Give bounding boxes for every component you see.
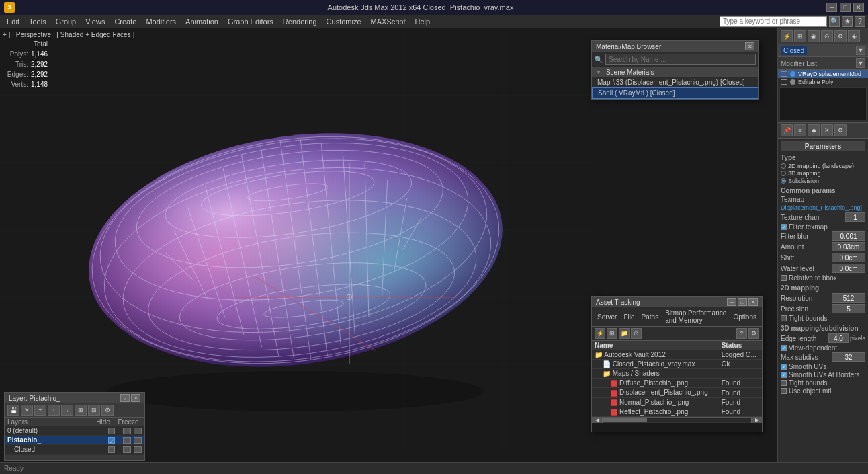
asset-maximize-btn[interactable]: □ — [738, 298, 747, 306]
asset-close-btn[interactable]: ✕ — [748, 298, 758, 306]
asset-icon-4[interactable]: ⊙ — [631, 328, 642, 339]
tight-bounds2-row[interactable]: Tight bounds — [781, 379, 865, 387]
search-help-button[interactable]: ? — [855, 16, 865, 27]
layer-settings-btn[interactable]: ⚙ — [101, 405, 114, 416]
layer-move-btn[interactable]: ↑ — [48, 405, 60, 416]
resolution-input[interactable] — [832, 293, 865, 303]
tight-bounds2-checkbox[interactable] — [781, 380, 787, 386]
scene-materials-header[interactable]: ▼ Scene Materials — [592, 67, 758, 77]
scroll-left-btn[interactable]: ◀ — [592, 418, 603, 423]
modifier-dropdown-btn[interactable]: ▼ — [856, 46, 865, 55]
radio-subdivision[interactable]: Subdivision — [781, 177, 865, 184]
layer-freeze-1[interactable] — [123, 437, 131, 444]
asset-col-status[interactable]: Status — [719, 341, 762, 350]
max-subdivs-input[interactable] — [832, 352, 865, 362]
smooth-uvs-borders-checkbox[interactable]: ✓ — [781, 372, 787, 378]
asset-settings-icon[interactable]: ⚙ — [748, 328, 759, 339]
use-object-mtl-row[interactable]: Use object mtl — [781, 387, 865, 395]
layer-scrollbar[interactable] — [5, 455, 144, 460]
asset-row-2[interactable]: 📁 Maps / Shaders — [592, 369, 762, 379]
mod-make-unique-icon[interactable]: ◆ — [808, 124, 820, 136]
menu-views[interactable]: Views — [81, 17, 109, 26]
layer-extra-0[interactable] — [134, 428, 142, 434]
asset-icon-3[interactable]: 📁 — [619, 328, 630, 339]
asset-tracking-title-bar[interactable]: Asset Tracking ─ □ ✕ — [592, 297, 762, 307]
smooth-uvs-borders-row[interactable]: ✓ Smooth UVs At Borders — [781, 371, 865, 379]
layer-row-closed[interactable]: Closed — [5, 445, 144, 455]
mat-browser-title-bar[interactable]: Material/Map Browser ✕ — [592, 41, 758, 52]
maximize-button[interactable]: □ — [840, 3, 851, 12]
asset-help-icon[interactable]: ? — [736, 328, 747, 339]
layer-delete-btn[interactable]: + — [34, 405, 46, 416]
asset-menu-server[interactable]: Server — [595, 313, 619, 321]
minimize-button[interactable]: ─ — [826, 3, 837, 12]
layer-checkbox-0[interactable] — [99, 428, 123, 434]
water-level-input[interactable] — [832, 264, 865, 273]
relative-bbox-row[interactable]: Relative to bbox — [781, 274, 865, 282]
layer-checkbox-2[interactable] — [99, 446, 123, 453]
scroll-right-btn[interactable]: ▶ — [751, 418, 762, 423]
toolbar-icon-3[interactable]: ◉ — [808, 30, 820, 42]
smooth-uvs-row[interactable]: ✓ Smooth UVs — [781, 363, 865, 370]
radio-3d-mapping[interactable]: 3D mapping — [781, 170, 865, 177]
mat-browser-close-btn[interactable]: ✕ — [745, 42, 754, 50]
close-button[interactable]: ✕ — [853, 3, 864, 12]
mat-search-input[interactable] — [605, 54, 756, 65]
asset-menu-options[interactable]: Options — [731, 313, 759, 321]
asset-row-6[interactable]: Reflect_Pistachio_.pngFound — [592, 407, 762, 417]
filter-blur-input[interactable] — [832, 231, 865, 241]
layer-row-pistachio[interactable]: Pistachio_ ✓ — [5, 436, 144, 445]
layer-freeze-2[interactable] — [123, 446, 131, 453]
layer-question-btn[interactable]: ? — [120, 394, 130, 402]
layer-extra-1[interactable] — [134, 437, 142, 444]
asset-scrollbar-track[interactable] — [603, 418, 751, 422]
layer-collapse-btn[interactable]: ⊟ — [88, 405, 100, 416]
menu-group[interactable]: Group — [52, 17, 81, 26]
modifier-eye-1[interactable]: □ — [781, 71, 787, 77]
toolbar-icon-1[interactable]: ⚡ — [781, 30, 793, 42]
menu-customize[interactable]: Customize — [322, 17, 365, 26]
asset-scrollbar-thumb[interactable] — [603, 418, 647, 422]
tight-bounds-row[interactable]: Tight bounds — [781, 315, 865, 322]
asset-icon-1[interactable]: ⚡ — [595, 328, 605, 339]
asset-icon-2[interactable]: ⊞ — [607, 328, 617, 339]
smooth-uvs-checkbox[interactable]: ✓ — [781, 364, 787, 370]
asset-scrollbar[interactable]: ◀ ▶ — [592, 417, 762, 422]
modifier-eye-2[interactable]: □ — [781, 79, 787, 85]
asset-row-4[interactable]: Displacement_Pistachio_.pngFound — [592, 388, 762, 397]
mod-pin-icon[interactable]: 📌 — [781, 124, 793, 136]
filter-texmap-row[interactable]: ✓ Filter texmap — [781, 223, 865, 231]
view-dependent-checkbox[interactable]: ✓ — [781, 345, 787, 351]
amount-input[interactable] — [832, 242, 865, 251]
search-options-button[interactable]: ★ — [842, 16, 853, 27]
radio-3d-dot[interactable] — [781, 171, 786, 176]
modifier-item-vray[interactable]: □ VRayDisplacementMod — [778, 70, 868, 78]
search-input[interactable] — [720, 16, 827, 27]
mat-item-0[interactable]: Map #33 (Displacement_Pistachio_.png) [C… — [592, 77, 758, 87]
asset-row-5[interactable]: Normal_Pistachio_.pngFound — [592, 397, 762, 407]
menu-graph-editors[interactable]: Graph Editors — [224, 17, 277, 26]
view-dependent-row[interactable]: ✓ View-dependent — [781, 344, 865, 352]
menu-help[interactable]: Help — [411, 17, 435, 26]
texture-chan-input[interactable] — [845, 212, 865, 222]
asset-menu-paths[interactable]: Paths — [639, 313, 662, 321]
asset-row-3[interactable]: Diffuse_Pistachio_.pngFound — [592, 379, 762, 388]
use-object-mtl-checkbox[interactable] — [781, 388, 787, 394]
search-button[interactable]: 🔍 — [829, 16, 840, 27]
layer-row-default[interactable]: 0 (default) — [5, 426, 144, 436]
asset-row-0[interactable]: 📁 Autodesk Vault 2012Logged O... — [592, 350, 762, 360]
layer-add-btn[interactable]: ✕ — [21, 405, 33, 416]
toolbar-icon-2[interactable]: ⊞ — [794, 30, 806, 42]
mat-item-1[interactable]: Shell ( VRayMtl ) [Closed] — [592, 87, 758, 99]
layer-hide-chk-2[interactable] — [108, 446, 115, 453]
radio-2d-mapping[interactable]: 2D mapping (landscape) — [781, 163, 865, 169]
toolbar-icon-5[interactable]: ⚙ — [834, 30, 847, 42]
edge-length-input[interactable] — [828, 333, 849, 343]
layer-save-btn[interactable]: 💾 — [7, 405, 19, 416]
shift-input[interactable] — [832, 253, 865, 262]
layer-freeze-0[interactable] — [123, 428, 131, 434]
tight-bounds-checkbox[interactable] — [781, 315, 787, 321]
mod-config-icon[interactable]: ⚙ — [834, 124, 847, 136]
asset-minimize-btn[interactable]: ─ — [727, 298, 736, 306]
relative-bbox-checkbox[interactable] — [781, 275, 787, 281]
